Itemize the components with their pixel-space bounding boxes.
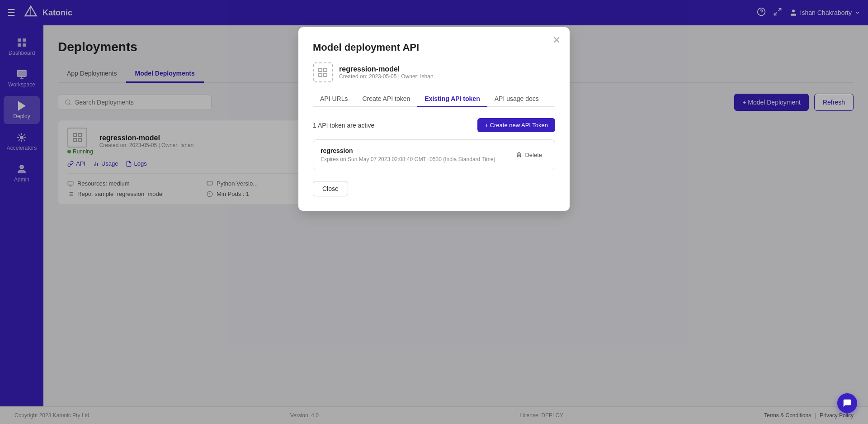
token-name: regression [321,147,495,154]
modal-close-button[interactable]: ✕ [552,34,561,46]
modal-tab-create-api-token[interactable]: Create API token [355,91,417,107]
modal: ✕ Model deployment API regression-model … [298,27,570,211]
modal-tab-api-urls[interactable]: API URLs [313,91,355,107]
svg-rect-43 [324,73,327,76]
token-expiry: Expires on Sun May 07 2023 02:08:40 GMT+… [321,156,495,162]
chat-bubble[interactable] [837,393,857,413]
modal-footer: Close [313,181,555,196]
modal-model-name: regression-model [339,65,434,73]
trash-icon [516,152,522,158]
token-count: 1 API token are active [313,122,374,129]
modal-tabs: API URLs Create API token Existing API t… [313,91,555,107]
modal-model-header: regression-model Created on: 2023-05-05 … [313,62,555,82]
token-item: regression Expires on Sun May 07 2023 02… [313,139,555,170]
modal-model-icon [313,62,333,82]
modal-model-meta: Created on: 2023-05-05 | Owner: Ishan [339,73,434,80]
create-token-button[interactable]: + Create new API Token [477,118,555,132]
modal-close-footer-button[interactable]: Close [313,181,348,196]
modal-overlay[interactable]: ✕ Model deployment API regression-model … [0,0,868,424]
svg-rect-41 [324,68,327,71]
delete-token-button[interactable]: Delete [510,149,547,161]
delete-label: Delete [525,152,542,158]
modal-title: Model deployment API [313,42,555,53]
modal-tab-existing-api-token[interactable]: Existing API token [417,91,487,107]
modal-tab-api-usage-docs[interactable]: API usage docs [487,91,546,107]
svg-rect-40 [319,68,322,71]
svg-rect-42 [319,73,322,76]
token-header: 1 API token are active + Create new API … [313,118,555,132]
